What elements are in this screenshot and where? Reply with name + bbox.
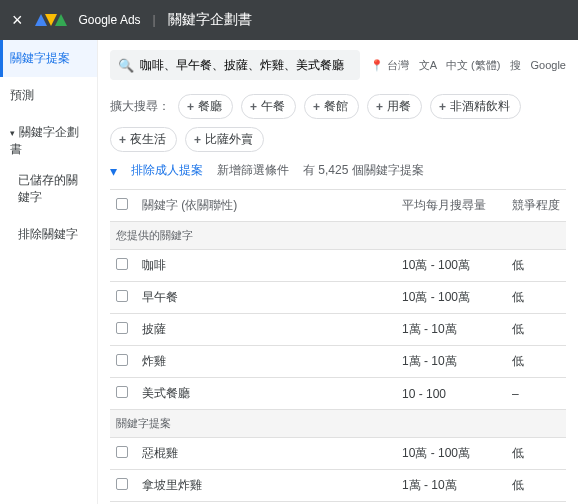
broaden-chip[interactable]: +午餐 <box>241 94 296 119</box>
broaden-label: 擴大搜尋： <box>110 98 170 115</box>
plus-icon: + <box>376 100 383 114</box>
cell-keyword: 早午餐 <box>136 282 396 314</box>
sidebar: 關鍵字提案 預測 ▾關鍵字企劃書 已儲存的關鍵字 排除關鍵字 <box>0 40 98 504</box>
cell-volume: 10萬 - 100萬 <box>396 438 506 470</box>
broaden-chip[interactable]: +非酒精飲料 <box>430 94 521 119</box>
row-checkbox[interactable] <box>116 322 128 334</box>
table-row: 早午餐10萬 - 100萬低 <box>110 282 566 314</box>
cell-volume: 10萬 - 100萬 <box>396 250 506 282</box>
google-ads-logo <box>35 14 67 26</box>
row-checkbox[interactable] <box>116 290 128 302</box>
search-icon: 🔍 <box>118 58 134 73</box>
row-checkbox[interactable] <box>116 258 128 270</box>
cell-keyword: 美式餐廳 <box>136 378 396 410</box>
content: 🔍 📍台灣 文A 中文 (繁體) 搜 Google 擴大搜尋： +餐廳+午餐+餐… <box>98 40 578 504</box>
close-icon[interactable]: × <box>12 10 23 31</box>
select-all-checkbox[interactable] <box>116 198 128 210</box>
filter-icon[interactable]: ▾ <box>110 163 117 179</box>
plus-icon: + <box>439 100 446 114</box>
plus-icon: + <box>313 100 320 114</box>
product-name: Google Ads <box>79 13 141 27</box>
cell-competition: 低 <box>506 438 566 470</box>
cell-competition: 低 <box>506 250 566 282</box>
table-row: 拿坡里炸雞1萬 - 10萬低 <box>110 470 566 502</box>
row-checkbox[interactable] <box>116 446 128 458</box>
sidebar-section-plan[interactable]: ▾關鍵字企劃書 <box>0 114 97 162</box>
cell-keyword: 炸雞 <box>136 346 396 378</box>
table-section: 您提供的關鍵字 <box>110 222 566 250</box>
plus-icon: + <box>119 133 126 147</box>
ideas-count: 有 5,425 個關鍵字提案 <box>303 162 424 179</box>
cell-keyword: 惡棍雞 <box>136 438 396 470</box>
breadcrumb-separator: | <box>153 13 156 27</box>
col-volume[interactable]: 平均每月搜尋量 <box>396 190 506 222</box>
search-bar[interactable]: 🔍 <box>110 50 360 80</box>
plus-icon: + <box>187 100 194 114</box>
broaden-chip[interactable]: +餐館 <box>304 94 359 119</box>
plus-icon: + <box>194 133 201 147</box>
language-selector[interactable]: 文A 中文 (繁體) <box>419 58 501 73</box>
cell-competition: 低 <box>506 346 566 378</box>
table-row: 咖啡10萬 - 100萬低 <box>110 250 566 282</box>
network-selector[interactable]: 搜 Google <box>510 58 566 73</box>
sidebar-item-negative-keywords[interactable]: 排除關鍵字 <box>0 216 97 253</box>
cell-competition: 低 <box>506 314 566 346</box>
cell-competition: 低 <box>506 282 566 314</box>
row-checkbox[interactable] <box>116 386 128 398</box>
broaden-chip[interactable]: +夜生活 <box>110 127 177 152</box>
broaden-chip[interactable]: +用餐 <box>367 94 422 119</box>
cell-competition: – <box>506 378 566 410</box>
cell-volume: 10萬 - 100萬 <box>396 282 506 314</box>
caret-down-icon: ▾ <box>10 128 15 138</box>
col-competition[interactable]: 競爭程度 <box>506 190 566 222</box>
cell-volume: 1萬 - 10萬 <box>396 346 506 378</box>
cell-volume: 1萬 - 10萬 <box>396 314 506 346</box>
add-filter-link[interactable]: 新增篩選條件 <box>217 162 289 179</box>
col-keyword[interactable]: 關鍵字 (依關聯性) <box>136 190 396 222</box>
table-row: 披薩1萬 - 10萬低 <box>110 314 566 346</box>
sidebar-item-keyword-ideas[interactable]: 關鍵字提案 <box>0 40 97 77</box>
sidebar-item-forecast[interactable]: 預測 <box>0 77 97 114</box>
page-title: 關鍵字企劃書 <box>168 11 252 29</box>
exclude-adult-link[interactable]: 排除成人提案 <box>131 162 203 179</box>
table-section: 關鍵字提案 <box>110 410 566 438</box>
cell-volume: 10 - 100 <box>396 378 506 410</box>
broaden-chip[interactable]: +餐廳 <box>178 94 233 119</box>
table-row: 炸雞1萬 - 10萬低 <box>110 346 566 378</box>
cell-keyword: 咖啡 <box>136 250 396 282</box>
broaden-row: 擴大搜尋： +餐廳+午餐+餐館+用餐+非酒精飲料+夜生活+比薩外賣 <box>110 94 566 152</box>
cell-competition: 低 <box>506 470 566 502</box>
cell-keyword: 拿坡里炸雞 <box>136 470 396 502</box>
row-checkbox[interactable] <box>116 478 128 490</box>
broaden-chip[interactable]: +比薩外賣 <box>185 127 264 152</box>
cell-keyword: 披薩 <box>136 314 396 346</box>
filter-row: ▾ 排除成人提案 新增篩選條件 有 5,425 個關鍵字提案 <box>110 162 566 179</box>
plus-icon: + <box>250 100 257 114</box>
row-checkbox[interactable] <box>116 354 128 366</box>
search-input[interactable] <box>140 58 352 72</box>
pin-icon: 📍 <box>370 59 384 72</box>
location-selector[interactable]: 📍台灣 <box>370 58 409 73</box>
table-row: 美式餐廳10 - 100– <box>110 378 566 410</box>
cell-volume: 1萬 - 10萬 <box>396 470 506 502</box>
topbar: × Google Ads | 關鍵字企劃書 <box>0 0 578 40</box>
table-row: 惡棍雞10萬 - 100萬低 <box>110 438 566 470</box>
sidebar-item-saved-keywords[interactable]: 已儲存的關鍵字 <box>0 162 97 216</box>
keyword-table: 關鍵字 (依關聯性) 平均每月搜尋量 競爭程度 您提供的關鍵字咖啡10萬 - 1… <box>110 189 566 504</box>
